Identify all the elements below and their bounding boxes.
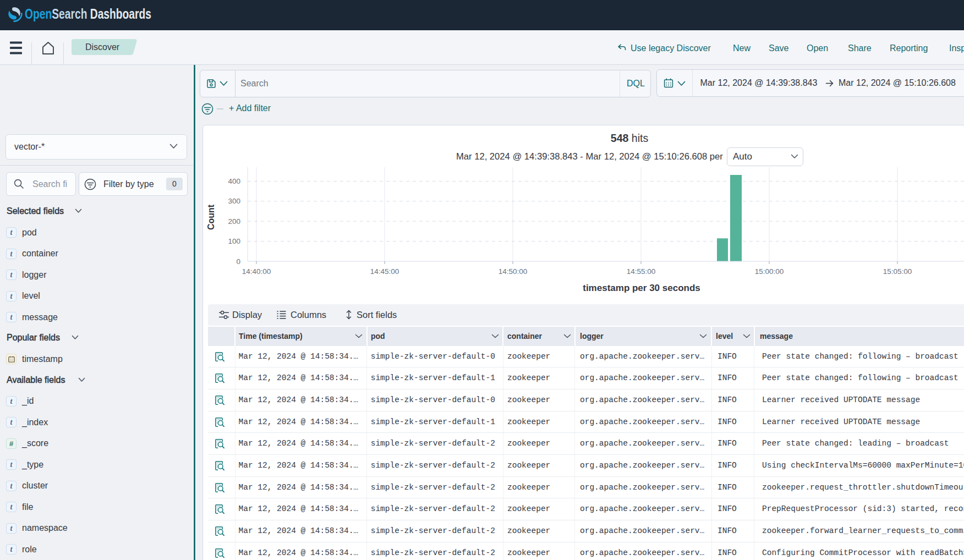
svg-text:15:05:00: 15:05:00 bbox=[883, 267, 912, 276]
svg-text:0: 0 bbox=[236, 257, 240, 266]
svg-text:14:45:00: 14:45:00 bbox=[370, 267, 399, 276]
svg-text:Count: Count bbox=[206, 204, 216, 230]
svg-text:timestamp per 30 seconds: timestamp per 30 seconds bbox=[583, 283, 700, 293]
svg-text:200: 200 bbox=[228, 217, 240, 226]
svg-text:14:50:00: 14:50:00 bbox=[499, 267, 528, 276]
svg-text:100: 100 bbox=[228, 237, 240, 245]
svg-text:400: 400 bbox=[228, 177, 240, 185]
svg-text:15:00:00: 15:00:00 bbox=[755, 267, 784, 276]
svg-text:300: 300 bbox=[228, 197, 240, 205]
svg-text:14:40:00: 14:40:00 bbox=[242, 267, 271, 276]
svg-text:14:55:00: 14:55:00 bbox=[627, 267, 656, 276]
